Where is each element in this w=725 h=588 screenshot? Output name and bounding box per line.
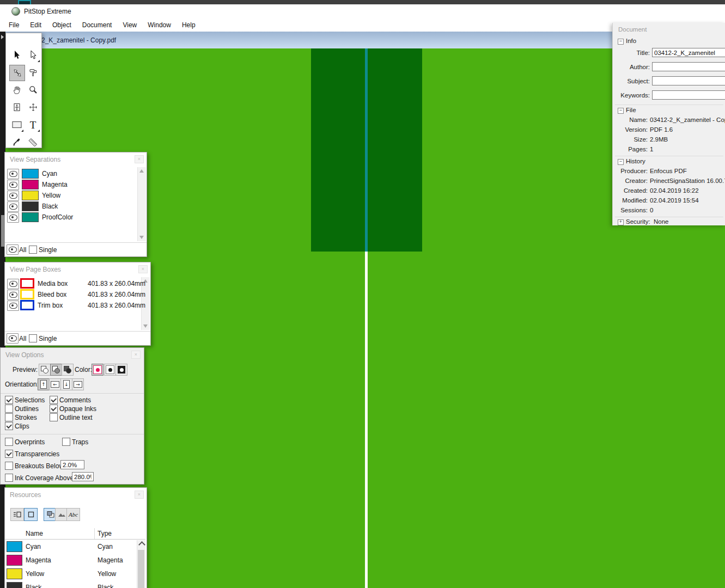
crosshair-tool[interactable]: [26, 100, 40, 115]
select-tool[interactable]: [9, 47, 24, 63]
menu-edit[interactable]: Edit: [25, 19, 47, 31]
orientation-down-button[interactable]: ↓: [60, 378, 72, 390]
selections-checkbox[interactable]: [5, 396, 13, 404]
eye-toggle-black[interactable]: [7, 201, 19, 212]
column-header-name[interactable]: Name: [26, 530, 43, 537]
overprints-checkbox[interactable]: [5, 438, 13, 446]
separations-scrollbar[interactable]: [137, 167, 146, 241]
keywords-field[interactable]: [652, 90, 725, 100]
magenta-swatch: [7, 555, 22, 566]
comments-checkbox[interactable]: [50, 396, 58, 404]
close-icon[interactable]: [138, 265, 148, 273]
text-tool-icon: T: [30, 120, 36, 130]
scroll-up-icon[interactable]: [139, 169, 144, 173]
dock-expand-arrow-icon[interactable]: [1, 35, 4, 39]
page-box-tool[interactable]: [9, 100, 24, 115]
measure-tool[interactable]: [26, 134, 40, 150]
eye-toggle-media-box[interactable]: [7, 279, 19, 289]
breakouts-below-field[interactable]: [60, 460, 84, 469]
close-icon[interactable]: [135, 155, 144, 163]
ink-coverage-field[interactable]: [72, 472, 94, 481]
black-arrow-icon: [13, 51, 21, 59]
clips-checkbox[interactable]: [5, 422, 13, 430]
single-checkbox[interactable]: [29, 334, 37, 342]
eyedropper-icon: [13, 138, 21, 146]
grid-view-button-selected[interactable]: [24, 508, 38, 521]
breakouts-below-checkbox[interactable]: [5, 462, 13, 470]
strokes-checkbox[interactable]: [5, 413, 13, 421]
font-resources-button[interactable]: Abc: [66, 508, 80, 521]
scroll-up-icon[interactable]: [139, 542, 144, 547]
menu-object[interactable]: Object: [47, 19, 77, 31]
menu-window[interactable]: Window: [142, 19, 176, 31]
text-tool[interactable]: T: [26, 117, 40, 132]
hand-pan-tool[interactable]: [9, 82, 24, 97]
eye-toggle-cyan[interactable]: [7, 169, 19, 179]
collapse-icon[interactable]: [618, 108, 624, 114]
direct-select-tool[interactable]: [26, 47, 40, 63]
preview-mode-2-button-selected[interactable]: [50, 364, 62, 376]
eye-icon: [9, 335, 17, 341]
collapse-icon[interactable]: [618, 39, 624, 45]
preview-mode-1-button[interactable]: [39, 364, 51, 376]
color-mode-gray-button[interactable]: [104, 364, 116, 376]
paint-roller-tool[interactable]: [26, 65, 40, 80]
subject-label: Subject:: [615, 78, 650, 84]
orientation-left-button[interactable]: ←: [49, 378, 61, 390]
single-checkbox[interactable]: [29, 246, 37, 254]
zoom-tool[interactable]: [26, 82, 40, 97]
traps-checkbox[interactable]: [62, 438, 70, 446]
collapse-icon[interactable]: [618, 159, 624, 165]
resource-name[interactable]: Black: [26, 584, 41, 588]
title-field[interactable]: [652, 48, 725, 57]
document-panel: Document Info Title: Author: Subject: Ke…: [612, 23, 725, 225]
producer-label: Producer:: [613, 168, 648, 174]
opaque-inks-checkbox[interactable]: [50, 405, 58, 413]
eye-toggle-trim-box[interactable]: [7, 301, 19, 311]
eyedropper-tool[interactable]: [9, 134, 24, 150]
resource-name[interactable]: Cyan: [26, 543, 41, 550]
preview-mode-3-button[interactable]: [62, 364, 74, 376]
page-left-icon: ←: [51, 381, 59, 388]
menu-view[interactable]: View: [117, 19, 142, 31]
menu-document[interactable]: Document: [77, 19, 118, 31]
transparencies-checkbox[interactable]: [5, 450, 13, 458]
scroll-thumb[interactable]: [138, 550, 144, 588]
menu-file[interactable]: File: [3, 19, 25, 31]
expand-icon[interactable]: [618, 219, 624, 225]
eye-icon: [9, 193, 17, 199]
scroll-down-icon[interactable]: [139, 236, 144, 239]
author-field[interactable]: [652, 62, 725, 71]
orientation-right-button[interactable]: →: [72, 378, 84, 390]
ink-coverage-checkbox[interactable]: [5, 474, 13, 482]
selections-label: Selections: [15, 396, 45, 404]
eye-toggle-yellow[interactable]: [7, 191, 19, 201]
list-view-button[interactable]: [10, 508, 24, 521]
traps-label: Traps: [72, 438, 88, 446]
resource-name[interactable]: Magenta: [26, 556, 51, 564]
pages-label: Pages:: [613, 146, 648, 152]
eye-toggle-magenta[interactable]: [7, 180, 19, 190]
color-mode-invert-button[interactable]: [115, 364, 127, 376]
resources-scrollbar[interactable]: [137, 540, 145, 588]
column-header-type[interactable]: Type: [98, 530, 112, 537]
rectangle-tool[interactable]: [9, 117, 24, 132]
color-mode-cmyk-button-selected[interactable]: [92, 364, 103, 376]
orientation-up-button-selected[interactable]: ↑: [38, 378, 50, 390]
outlines-checkbox[interactable]: [5, 405, 13, 413]
move-transform-tool-selected[interactable]: [9, 65, 25, 81]
black-dot-icon: [106, 365, 114, 374]
close-icon[interactable]: [131, 351, 141, 359]
close-icon[interactable]: [135, 491, 144, 499]
resource-name[interactable]: Yellow: [26, 570, 44, 578]
subject-field[interactable]: [652, 76, 725, 85]
eye-toggle-bleed-box[interactable]: [7, 290, 19, 300]
outline-text-checkbox[interactable]: [50, 413, 58, 421]
eye-toggle-proofcolor[interactable]: [7, 212, 19, 223]
document-caption-bar[interactable]: 2_K_zamenitel - Copy.pdf: [0, 32, 612, 48]
all-eye-button[interactable]: [7, 333, 19, 344]
scroll-down-icon[interactable]: [143, 324, 148, 328]
page-arrows-icon: [13, 103, 21, 112]
all-eye-button[interactable]: [7, 244, 19, 255]
menu-help[interactable]: Help: [176, 19, 201, 31]
